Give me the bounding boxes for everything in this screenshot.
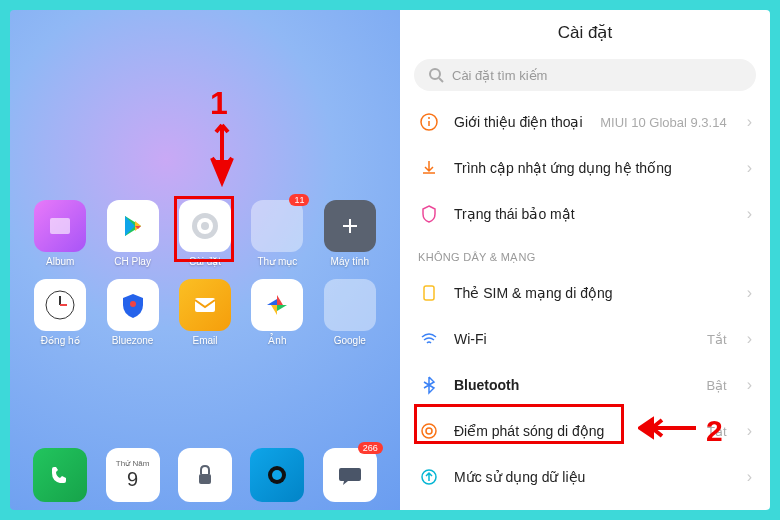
svg-point-9 [130,301,136,307]
app-folder[interactable]: 11 Thư mục [247,200,307,267]
row-wifi[interactable]: Wi-Fi Tắt › [400,316,770,362]
chevron-right-icon: › [747,159,752,177]
svg-point-13 [272,470,282,480]
chevron-right-icon: › [747,468,752,486]
app-photos[interactable]: Ảnh [247,279,307,346]
dock-camera[interactable] [247,448,307,502]
photos-icon [251,279,303,331]
album-icon [34,200,86,252]
camera-icon [250,448,304,502]
lock-icon [178,448,232,502]
home-screen: 1 Album CH Play Cài đặt 11 Thư mục [10,10,400,510]
chevron-right-icon: › [747,205,752,223]
page-title: Cài đặt [400,10,770,51]
svg-rect-10 [195,298,215,312]
svg-line-15 [439,78,443,82]
play-store-icon [107,200,159,252]
email-icon [179,279,231,331]
dock-chat[interactable]: 266 [320,448,380,502]
svg-point-14 [430,69,440,79]
dock-lock[interactable] [175,448,235,502]
clock-icon [34,279,86,331]
shield-icon [107,279,159,331]
app-album[interactable]: Album [30,200,90,267]
dock-calendar[interactable]: Thứ Năm9 [102,448,162,502]
chevron-right-icon: › [747,376,752,394]
wifi-icon [418,328,440,350]
data-icon [418,466,440,488]
search-input[interactable]: Cài đặt tìm kiếm [414,59,756,91]
app-google-folder[interactable]: Google [320,279,380,346]
svg-rect-0 [50,218,70,234]
section-header-wireless: KHÔNG DÂY & MẠNG [400,237,770,270]
chevron-right-icon: › [747,113,752,131]
chevron-right-icon: › [747,422,752,440]
annotation-step-1: 1 [210,85,228,122]
badge: 11 [289,194,309,206]
svg-rect-11 [199,474,211,484]
settings-screen: Cài đặt Cài đặt tìm kiếm Giới thiệu điện… [400,10,770,510]
badge: 266 [358,442,383,454]
row-sim[interactable]: Thẻ SIM & mạng di động › [400,270,770,316]
update-icon [418,157,440,179]
calendar-icon: Thứ Năm9 [106,448,160,502]
row-system-update[interactable]: Trình cập nhật ứng dụng hệ thống › [400,145,770,191]
annotation-highlight-bluetooth [414,404,624,444]
annotation-highlight-settings [174,196,234,262]
svg-rect-19 [424,286,434,300]
dock: Thứ Năm9 266 [30,448,380,502]
row-security-status[interactable]: Trạng thái bảo mật › [400,191,770,237]
chevron-right-icon: › [747,284,752,302]
row-about-phone[interactable]: Giới thiệu điện thoại MIUI 10 Global 9.3… [400,99,770,145]
search-icon [428,67,444,83]
calculator-icon [324,200,376,252]
app-calculator[interactable]: Máy tính [320,200,380,267]
app-email[interactable]: Email [175,279,235,346]
row-bluetooth[interactable]: Bluetooth Bật › [400,362,770,408]
arrow-left-icon [638,416,698,440]
annotation-step-2: 2 [706,414,723,448]
bluetooth-icon [418,374,440,396]
folder-icon: 11 [251,200,303,252]
dock-phone[interactable] [30,448,90,502]
security-icon [418,203,440,225]
row-data-usage[interactable]: Mức sử dụng dữ liệu › [400,454,770,500]
chevron-right-icon: › [747,330,752,348]
google-folder-icon [324,279,376,331]
sim-icon [418,282,440,304]
app-bluezone[interactable]: Bluezone [102,279,162,346]
app-ch-play[interactable]: CH Play [102,200,162,267]
phone-icon [33,448,87,502]
arrow-down-icon [208,120,236,190]
svg-point-18 [428,117,430,119]
info-icon [418,111,440,133]
chat-icon: 266 [323,448,377,502]
app-clock[interactable]: Đồng hồ [30,279,90,346]
search-placeholder: Cài đặt tìm kiếm [452,68,547,83]
